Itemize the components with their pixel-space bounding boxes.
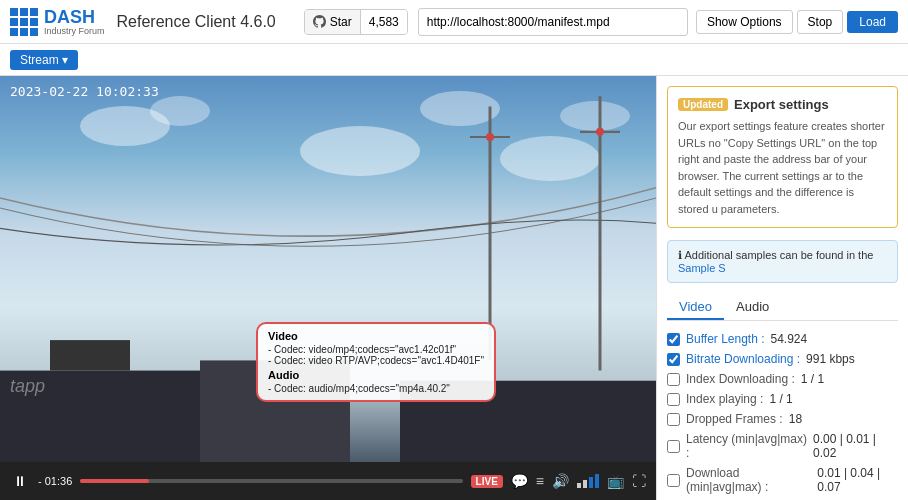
stat-checkbox-download[interactable] [667, 474, 680, 487]
chat-icon[interactable]: 💬 [511, 473, 528, 489]
stat-row-buffer-length: Buffer Length :54.924 [667, 329, 898, 349]
sample-link[interactable]: Sample S [678, 262, 726, 274]
stat-label-index-downloading: Index Downloading : [686, 372, 795, 386]
stat-checkbox-index-playing[interactable] [667, 393, 680, 406]
stat-label-bitrate-downloading: Bitrate Downloading : [686, 352, 800, 366]
github-star-label[interactable]: Star [305, 10, 361, 34]
export-text: Our export settings feature creates shor… [678, 118, 887, 217]
url-input[interactable] [418, 8, 688, 36]
cast-icon[interactable]: 📺 [607, 473, 624, 489]
stat-value-latency: 0.00 | 0.01 | 0.02 [813, 432, 898, 460]
app-title: Reference Client 4.6.0 [117, 13, 276, 31]
stat-value-bitrate-downloading: 991 kbps [806, 352, 855, 366]
logo-dash: DASH [44, 8, 105, 26]
stat-row-index-downloading: Index Downloading :1 / 1 [667, 369, 898, 389]
github-star[interactable]: Star 4,583 [304, 9, 408, 35]
live-badge: LIVE [471, 475, 503, 488]
updated-badge: Updated [678, 98, 728, 111]
stat-value-index-downloading: 1 / 1 [801, 372, 824, 386]
toolbar: Stream ▾ [0, 44, 908, 76]
stat-label-buffer-length: Buffer Length : [686, 332, 765, 346]
stat-row-index-playing: Index playing :1 / 1 [667, 389, 898, 409]
stat-row-latency: Latency (min|avg|max) :0.00 | 0.01 | 0.0… [667, 429, 898, 463]
watermark: tapp [10, 376, 45, 397]
video-container: tapp Video - Codec: video/mp4;codecs="av… [0, 76, 656, 500]
load-button[interactable]: Load [847, 11, 898, 33]
tab-audio[interactable]: Audio [724, 295, 781, 320]
codec-audio-title: Audio [268, 369, 484, 381]
right-panel: Updated Export settings Our export setti… [656, 76, 908, 500]
stat-row-download: Download (min|avg|max) :0.01 | 0.04 | 0.… [667, 463, 898, 497]
video-frame: tapp Video - Codec: video/mp4;codecs="av… [0, 76, 656, 462]
progress-fill [80, 479, 149, 483]
star-count: 4,583 [361, 10, 407, 34]
quality-bars [577, 474, 599, 488]
stat-checkbox-buffer-length[interactable] [667, 333, 680, 346]
export-header: Updated Export settings [678, 97, 887, 112]
codec-video-line1: - Codec: video/mp4;codecs="avc1.42c01f" [268, 344, 484, 355]
github-icon [313, 15, 326, 28]
stat-label-latency: Latency (min|avg|max) : [686, 432, 807, 460]
video-sky: tapp Video - Codec: video/mp4;codecs="av… [0, 76, 656, 462]
stats-list: Buffer Length :54.924Bitrate Downloading… [667, 329, 898, 500]
stat-checkbox-bitrate-downloading[interactable] [667, 353, 680, 366]
fullscreen-icon[interactable]: ⛶ [632, 473, 646, 489]
export-title: Export settings [734, 97, 829, 112]
stat-value-dropped-frames: 18 [789, 412, 802, 426]
play-pause-button[interactable]: ⏸ [10, 473, 30, 489]
seek-bar[interactable] [80, 479, 462, 483]
tab-video[interactable]: Video [667, 295, 724, 320]
show-options-button[interactable]: Show Options [696, 10, 793, 34]
stat-label-dropped-frames: Dropped Frames : [686, 412, 783, 426]
stat-value-buffer-length: 54.924 [771, 332, 808, 346]
tabs: Video Audio [667, 295, 898, 321]
export-settings-box: Updated Export settings Our export setti… [667, 86, 898, 228]
time-display: - 01:36 [38, 475, 72, 487]
stat-value-index-playing: 1 / 1 [769, 392, 792, 406]
video-timestamp: 2023-02-22 10:02:33 [10, 84, 159, 99]
star-label: Star [330, 15, 352, 29]
stat-value-download: 0.01 | 0.04 | 0.07 [817, 466, 898, 494]
codec-video-line2: - Codec: video RTP/AVP;codecs="avc1.4D40… [268, 355, 484, 366]
menu-icon[interactable]: ≡ [536, 473, 544, 489]
stop-button[interactable]: Stop [797, 10, 844, 34]
stat-row-dropped-frames: Dropped Frames :18 [667, 409, 898, 429]
main-content: tapp Video - Codec: video/mp4;codecs="av… [0, 76, 908, 500]
svg-rect-7 [50, 340, 130, 370]
video-controls: ⏸ - 01:36 LIVE 💬 ≡ 🔊 📺 ⛶ [0, 462, 656, 500]
codec-video-title: Video [268, 330, 484, 342]
info-icon: ℹ [678, 249, 682, 261]
stat-checkbox-latency[interactable] [667, 440, 680, 453]
stat-label-download: Download (min|avg|max) : [686, 466, 811, 494]
logo-sub: Industry Forum [44, 26, 105, 36]
codec-audio-line1: - Codec: audio/mp4;codecs="mp4a.40.2" [268, 383, 484, 394]
codec-overlay: Video - Codec: video/mp4;codecs="avc1.42… [256, 322, 496, 402]
svg-point-4 [486, 133, 494, 141]
logo-area: DASH Industry Forum [10, 8, 105, 36]
header: DASH Industry Forum Reference Client 4.6… [0, 0, 908, 44]
logo-text: DASH Industry Forum [44, 8, 105, 36]
stat-row-bitrate-downloading: Bitrate Downloading :991 kbps [667, 349, 898, 369]
stat-checkbox-index-downloading[interactable] [667, 373, 680, 386]
info-box: ℹ Additional samples can be found in the… [667, 240, 898, 283]
volume-icon[interactable]: 🔊 [552, 473, 569, 489]
info-text: Additional samples can be found in the [684, 249, 873, 261]
stream-dropdown-button[interactable]: Stream ▾ [10, 50, 78, 70]
stat-checkbox-dropped-frames[interactable] [667, 413, 680, 426]
logo-grid [10, 8, 38, 36]
stat-label-index-playing: Index playing : [686, 392, 763, 406]
